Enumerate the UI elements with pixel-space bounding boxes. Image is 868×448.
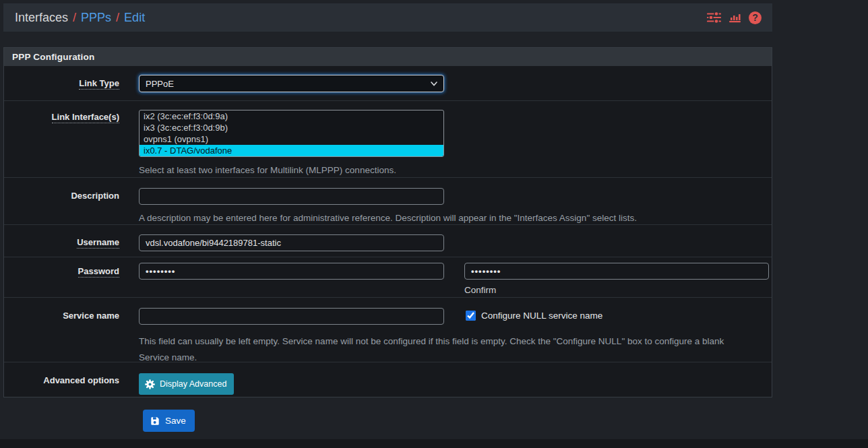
service-name-help: This field can usually be left empty. Se… (139, 333, 749, 365)
link-interfaces-list[interactable]: ix2 (3c:ec:ef:f3:0d:9a)ix3 (3c:ec:ef:f3:… (139, 110, 444, 157)
null-service-checkbox-group: Configure NULL service name (466, 308, 602, 321)
breadcrumb-separator: / (68, 11, 81, 25)
breadcrumb-separator: / (111, 11, 124, 25)
username-label: Username (77, 237, 119, 249)
link-type-row: Link Type PPPoE (4, 66, 772, 100)
service-name-row: Service name Configure NULL service name… (4, 297, 772, 362)
link-interfaces-help: Select at least two interfaces for Multi… (139, 162, 769, 179)
breadcrumb-interfaces[interactable]: Interfaces (15, 11, 68, 25)
footer-strip (0, 439, 868, 448)
breadcrumb-edit-link[interactable]: Edit (124, 11, 145, 25)
save-button[interactable]: Save (143, 410, 195, 432)
display-advanced-button[interactable]: Display Advanced (139, 373, 234, 395)
link-interfaces-label: Link Interface(s) (52, 112, 119, 123)
interface-option[interactable]: ix0.7 - DTAG/vodafone (140, 145, 443, 156)
save-button-label: Save (165, 416, 186, 426)
link-type-select[interactable]: PPPoE (139, 75, 444, 92)
interface-option[interactable]: ix2 (3c:ec:ef:f3:0d:9a) (140, 110, 443, 122)
description-help: A description may be entered here for ad… (139, 210, 769, 226)
breadcrumb: Interfaces / PPPs / Edit (15, 11, 145, 25)
link-interfaces-row: Link Interface(s) ix2 (3c:ec:ef:f3:0d:9a… (4, 100, 772, 177)
ppp-edit-page: Interfaces / PPPs / Edit (0, 0, 868, 448)
username-row: Username (4, 224, 772, 257)
password-row: Password Confirm (4, 257, 772, 297)
description-row: Description A description may be entered… (4, 177, 772, 224)
confirm-label: Confirm (464, 285, 769, 295)
breadcrumb-ppps-link[interactable]: PPPs (81, 11, 111, 25)
description-input[interactable] (139, 188, 444, 205)
service-name-label: Service name (63, 311, 119, 321)
chart-bar-icon[interactable] (728, 11, 741, 24)
save-icon (150, 416, 160, 426)
username-input[interactable] (139, 234, 444, 251)
ppp-configuration-form: Link Type PPPoE Link Interface(s) ix2 (3… (4, 66, 772, 398)
link-type-label: Link Type (79, 78, 119, 90)
advanced-options-label: Advanced options (43, 375, 119, 385)
gear-icon (145, 379, 155, 389)
topbar-icons: ? (707, 11, 762, 24)
service-name-input[interactable] (139, 308, 444, 325)
help-icon[interactable]: ? (749, 11, 762, 24)
display-advanced-button-label: Display Advanced (160, 379, 226, 389)
panel-title: PPP Configuration (4, 48, 772, 66)
password-confirm-input[interactable] (464, 263, 769, 280)
password-input[interactable] (139, 263, 444, 280)
password-label: Password (78, 266, 119, 278)
null-service-checkbox[interactable] (466, 311, 476, 321)
null-service-checkbox-label[interactable]: Configure NULL service name (481, 311, 602, 321)
advanced-options-row: Advanced options (4, 362, 772, 398)
breadcrumb-bar: Interfaces / PPPs / Edit (3, 3, 772, 32)
description-label: Description (71, 191, 119, 201)
interface-option[interactable]: ovpns1 (ovpns1) (140, 133, 443, 145)
sliders-icon[interactable] (707, 11, 721, 24)
interface-option[interactable]: ix3 (3c:ec:ef:f3:0d:9b) (140, 122, 443, 133)
ppp-configuration-panel: PPP Configuration Link Type PPPoE Link I… (3, 47, 772, 397)
